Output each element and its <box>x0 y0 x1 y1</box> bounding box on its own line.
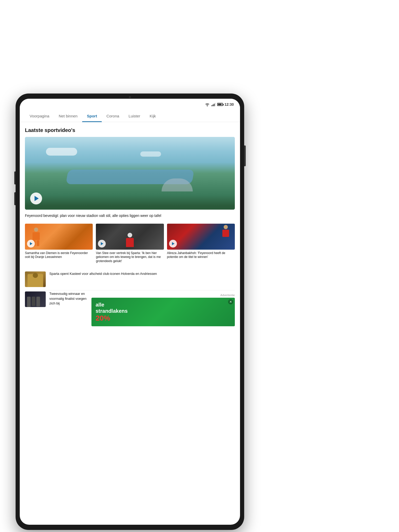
list-item-1[interactable]: Sparta opent Kasteel voor afscheid club-… <box>25 268 235 290</box>
thumb-play-icon-2 <box>101 242 103 245</box>
thumb-play-icon-3 <box>172 242 175 245</box>
thumb-image-2 <box>96 224 164 250</box>
signal-icon <box>211 103 216 106</box>
tab-sport[interactable]: Sport <box>82 110 102 122</box>
play-icon <box>35 196 39 201</box>
tab-voorpagina[interactable]: Voorpagina <box>25 110 54 122</box>
volume-down-button[interactable] <box>14 192 16 205</box>
ad-text-main: allestrandlakens <box>96 302 128 314</box>
status-time: 12:30 <box>224 102 234 107</box>
ad-label: Advertentie <box>91 294 235 297</box>
thumb-play-button-3[interactable] <box>169 240 177 248</box>
tab-kijk[interactable]: Kijk <box>145 110 161 122</box>
svg-rect-4 <box>215 103 216 106</box>
main-play-button[interactable] <box>30 192 42 204</box>
tablet-device: 12:30 Voorpagina Net binnen Sport Corona… <box>16 94 244 530</box>
cloud-2 <box>140 151 161 157</box>
status-bar: 12:30 <box>20 99 240 110</box>
thumb-image-3 <box>167 224 235 250</box>
cloud-1 <box>46 148 77 156</box>
ad-discount: 20% <box>96 314 128 322</box>
thumb-play-button-2[interactable] <box>98 240 106 248</box>
tablet-screen: 12:30 Voorpagina Net binnen Sport Corona… <box>20 99 240 525</box>
ad-text-block: allestrandlakens 20% <box>96 302 128 322</box>
thumb-item-1[interactable]: Samantha van Diemen is eerste Feyenoorde… <box>25 224 93 263</box>
tab-net-binnen[interactable]: Net binnen <box>54 110 82 122</box>
thumb-item-2[interactable]: Van Stee over vertrek bij Sparta: 'Ik be… <box>96 224 164 263</box>
list-thumb-1 <box>25 271 46 287</box>
main-video[interactable] <box>25 137 235 210</box>
thumb-caption-3: Alireza Jahanbakhsh: 'Feyenoord heeft de… <box>167 251 235 259</box>
svg-point-0 <box>207 105 208 106</box>
list-thumb-2 <box>25 291 46 307</box>
thumbnail-row: Samantha van Diemen is eerste Feyenoorde… <box>25 224 235 263</box>
battery-icon <box>217 103 223 106</box>
tab-luister[interactable]: Luister <box>124 110 145 122</box>
content-area[interactable]: Laatste sportvideo's <box>20 122 240 524</box>
coach-figure <box>125 233 135 250</box>
wifi-icon <box>205 103 210 107</box>
section-title: Laatste sportvideo's <box>25 127 235 133</box>
tablet-frame: 12:30 Voorpagina Net binnen Sport Corona… <box>16 94 244 530</box>
thumb-play-icon-1 <box>30 242 32 245</box>
ad-close-button[interactable]: ✕ <box>228 299 233 304</box>
ad-section: Advertentie ✕ allestrandlakens 20% <box>91 291 235 328</box>
list-caption-1: Sparta opent Kasteel voor afscheid club-… <box>49 271 235 287</box>
svg-rect-1 <box>211 105 212 106</box>
thumb-play-button-1[interactable] <box>27 240 35 248</box>
thumb-image-1 <box>25 224 93 250</box>
svg-rect-2 <box>213 104 214 106</box>
feyenoord-player-figure <box>219 225 232 244</box>
ad-banner[interactable]: ✕ allestrandlakens 20% <box>91 298 235 326</box>
tab-corona[interactable]: Corona <box>102 110 124 122</box>
main-video-caption: Feyenoord bevestigt: plan voor nieuw sta… <box>25 213 235 218</box>
svg-rect-3 <box>214 104 215 106</box>
list-item-2[interactable]: Tweevoudig winnaar en voormalig finalist… <box>25 291 88 310</box>
thumb-caption-2: Van Stee over vertrek bij Sparta: 'Ik be… <box>96 251 164 263</box>
nav-tabs: Voorpagina Net binnen Sport Corona Luist… <box>20 110 240 122</box>
status-icons: 12:30 <box>205 102 234 107</box>
list-caption-2: Tweevoudig winnaar en voormalig finalist… <box>49 291 88 307</box>
volume-up-button[interactable] <box>14 171 16 184</box>
thumb-caption-1: Samantha van Diemen is eerste Feyenoorde… <box>25 251 93 259</box>
thumb-item-3[interactable]: Alireza Jahanbakhsh: 'Feyenoord heeft de… <box>167 224 235 263</box>
